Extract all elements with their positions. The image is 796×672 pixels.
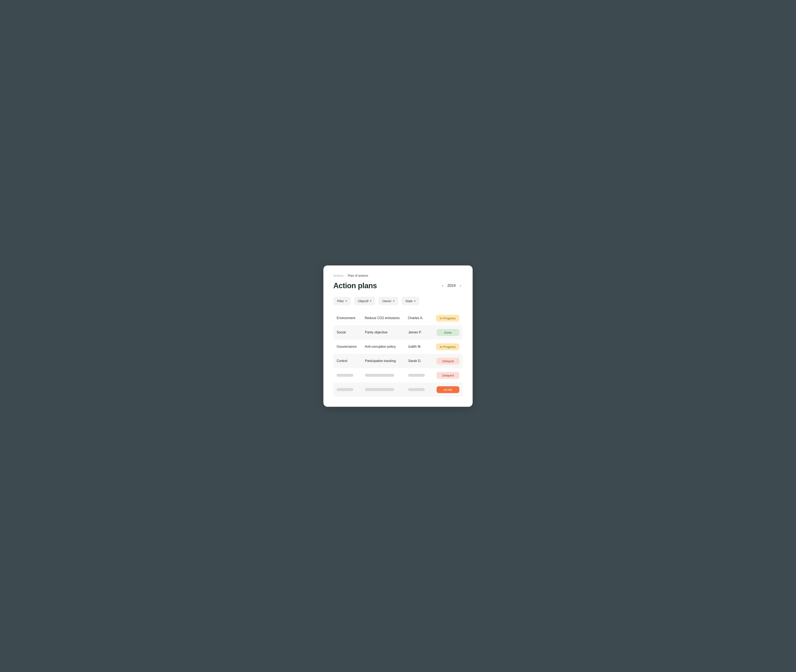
year-navigator: ‹ 2024 › bbox=[440, 283, 463, 289]
filter-owner[interactable]: Owner ▾ bbox=[378, 297, 398, 305]
table-row[interactable]: Environment Reduce CO2 emissions Charles… bbox=[333, 311, 463, 325]
skeleton-objectif bbox=[365, 374, 394, 377]
chevron-down-icon: ▾ bbox=[370, 299, 372, 302]
cell-owner: Charles A. bbox=[408, 316, 432, 320]
filters-row: Pilier ▾ Objectif ▾ Owner ▾ State ▾ bbox=[333, 297, 463, 305]
skeleton-objectif bbox=[365, 388, 394, 391]
year-label: 2024 bbox=[447, 283, 456, 288]
next-year-button[interactable]: › bbox=[458, 283, 463, 289]
breadcrumb-separator: › bbox=[345, 274, 346, 277]
cell-owner: James P. bbox=[408, 331, 433, 334]
cell-owner: Judith M. bbox=[408, 345, 432, 349]
state-badge: At risk bbox=[437, 386, 460, 393]
state-badge: In Progress bbox=[436, 315, 460, 322]
table-row[interactable]: At risk bbox=[333, 382, 463, 397]
filter-pilier-label: Pilier bbox=[337, 299, 344, 303]
skeleton-pilier bbox=[336, 374, 353, 377]
cell-pilier: Control bbox=[336, 359, 362, 363]
table-row[interactable]: Gouvernance Anti-corruption policy Judit… bbox=[333, 340, 463, 354]
state-badge: Delayed bbox=[437, 372, 460, 379]
cell-owner: Sarah D. bbox=[408, 359, 433, 363]
page-header: Action plans ‹ 2024 › bbox=[333, 282, 463, 290]
table-row[interactable]: Control Participation tracking Sarah D. … bbox=[333, 354, 463, 368]
state-badge: Done bbox=[437, 329, 460, 336]
cell-objectif: Reduce CO2 emissions bbox=[365, 316, 405, 320]
cell-objectif: Parity objective bbox=[365, 331, 405, 334]
chevron-down-icon: ▾ bbox=[393, 299, 394, 302]
state-badge: Delayed bbox=[437, 358, 460, 365]
cell-objectif: Participation tracking bbox=[365, 359, 405, 363]
filter-owner-label: Owner bbox=[382, 299, 391, 303]
cell-pilier: Environment bbox=[336, 316, 362, 320]
action-table: Environment Reduce CO2 emissions Charles… bbox=[333, 311, 463, 397]
chevron-down-icon: ▾ bbox=[414, 299, 416, 302]
chevron-down-icon: ▾ bbox=[346, 299, 347, 302]
filter-objectif[interactable]: Objectif ▾ bbox=[354, 297, 375, 305]
state-badge: In Progress bbox=[436, 343, 460, 350]
skeleton-pilier bbox=[336, 388, 353, 391]
table-row[interactable]: Social Parity objective James P. Done bbox=[333, 325, 463, 340]
filter-pilier[interactable]: Pilier ▾ bbox=[333, 297, 351, 305]
cell-objectif: Anti-corruption policy bbox=[365, 345, 405, 349]
prev-year-button[interactable]: ‹ bbox=[440, 283, 445, 289]
filter-objectif-label: Objectif bbox=[358, 299, 368, 303]
skeleton-owner bbox=[408, 388, 425, 391]
breadcrumb-parent[interactable]: Actions bbox=[333, 274, 343, 277]
table-row[interactable]: Delayed bbox=[333, 368, 463, 382]
action-plans-card: Actions › Plan of actions Action plans ‹… bbox=[324, 266, 472, 407]
page-title: Action plans bbox=[333, 282, 377, 290]
cell-pilier: Social bbox=[336, 331, 362, 334]
breadcrumb-current: Plan of actions bbox=[348, 274, 368, 277]
cell-pilier: Gouvernance bbox=[336, 345, 362, 349]
filter-state[interactable]: State ▾ bbox=[402, 297, 420, 305]
skeleton-owner bbox=[408, 374, 425, 377]
filter-state-label: State bbox=[405, 299, 413, 303]
breadcrumb: Actions › Plan of actions bbox=[333, 274, 463, 277]
